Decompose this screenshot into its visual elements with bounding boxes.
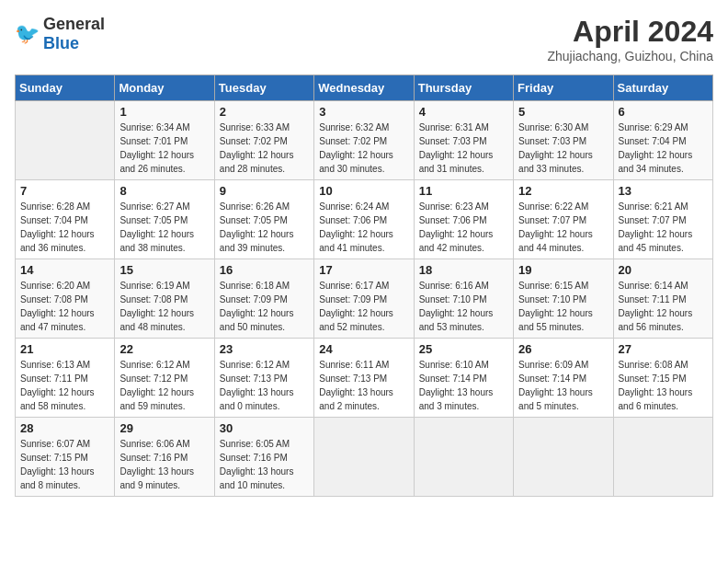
weekday-header-thursday: Thursday (414, 75, 513, 101)
location-text: Zhujiachang, Guizhou, China (547, 49, 713, 63)
calendar-week-2: 7Sunrise: 6:28 AM Sunset: 7:04 PM Daylig… (16, 180, 713, 259)
calendar-cell: 29Sunrise: 6:06 AM Sunset: 7:16 PM Dayli… (115, 418, 214, 497)
day-info: Sunrise: 6:34 AM Sunset: 7:01 PM Dayligh… (119, 121, 209, 176)
day-number: 19 (518, 263, 608, 277)
day-number: 7 (20, 184, 109, 198)
calendar-week-4: 21Sunrise: 6:13 AM Sunset: 7:11 PM Dayli… (16, 339, 713, 418)
day-info: Sunrise: 6:29 AM Sunset: 7:04 PM Dayligh… (619, 121, 708, 176)
calendar-cell: 5Sunrise: 6:30 AM Sunset: 7:03 PM Daylig… (514, 101, 613, 180)
day-info: Sunrise: 6:14 AM Sunset: 7:11 PM Dayligh… (619, 279, 708, 334)
day-info: Sunrise: 6:21 AM Sunset: 7:07 PM Dayligh… (619, 200, 708, 255)
logo-bird-icon: 🐦 (15, 22, 40, 46)
day-number: 20 (619, 263, 708, 277)
calendar-cell: 6Sunrise: 6:29 AM Sunset: 7:04 PM Daylig… (613, 101, 712, 180)
weekday-header-wednesday: Wednesday (314, 75, 414, 101)
day-info: Sunrise: 6:22 AM Sunset: 7:07 PM Dayligh… (518, 200, 608, 255)
calendar-cell: 18Sunrise: 6:16 AM Sunset: 7:10 PM Dayli… (414, 259, 513, 339)
calendar-cell (16, 101, 115, 180)
calendar-cell: 10Sunrise: 6:24 AM Sunset: 7:06 PM Dayli… (314, 180, 414, 259)
day-info: Sunrise: 6:11 AM Sunset: 7:13 PM Dayligh… (319, 358, 408, 413)
calendar-cell: 16Sunrise: 6:18 AM Sunset: 7:09 PM Dayli… (214, 259, 313, 339)
weekday-header-saturday: Saturday (613, 75, 712, 101)
calendar-week-3: 14Sunrise: 6:20 AM Sunset: 7:08 PM Dayli… (16, 259, 713, 339)
day-number: 27 (619, 342, 708, 356)
calendar-cell: 28Sunrise: 6:07 AM Sunset: 7:15 PM Dayli… (16, 418, 115, 497)
day-info: Sunrise: 6:32 AM Sunset: 7:02 PM Dayligh… (319, 121, 408, 176)
calendar-week-1: 1Sunrise: 6:34 AM Sunset: 7:01 PM Daylig… (16, 101, 713, 180)
day-number: 22 (119, 342, 209, 356)
day-number: 17 (319, 263, 408, 277)
calendar-cell: 27Sunrise: 6:08 AM Sunset: 7:15 PM Dayli… (613, 339, 712, 418)
calendar-cell: 2Sunrise: 6:33 AM Sunset: 7:02 PM Daylig… (214, 101, 313, 180)
calendar-cell: 21Sunrise: 6:13 AM Sunset: 7:11 PM Dayli… (16, 339, 115, 418)
day-info: Sunrise: 6:31 AM Sunset: 7:03 PM Dayligh… (419, 121, 508, 176)
calendar-cell (514, 418, 613, 497)
calendar-cell: 19Sunrise: 6:15 AM Sunset: 7:10 PM Dayli… (514, 259, 613, 339)
day-info: Sunrise: 6:27 AM Sunset: 7:05 PM Dayligh… (119, 200, 209, 255)
calendar-cell: 24Sunrise: 6:11 AM Sunset: 7:13 PM Dayli… (314, 339, 414, 418)
calendar-cell: 9Sunrise: 6:26 AM Sunset: 7:05 PM Daylig… (214, 180, 313, 259)
calendar-cell: 17Sunrise: 6:17 AM Sunset: 7:09 PM Dayli… (314, 259, 414, 339)
day-number: 24 (319, 342, 408, 356)
day-number: 1 (119, 105, 209, 119)
day-number: 18 (419, 263, 508, 277)
calendar-cell: 30Sunrise: 6:05 AM Sunset: 7:16 PM Dayli… (214, 418, 313, 497)
logo-general: General (43, 15, 105, 33)
day-info: Sunrise: 6:12 AM Sunset: 7:12 PM Dayligh… (119, 358, 209, 413)
calendar-cell: 12Sunrise: 6:22 AM Sunset: 7:07 PM Dayli… (514, 180, 613, 259)
day-number: 21 (20, 342, 109, 356)
day-number: 23 (220, 342, 309, 356)
weekday-header-row: SundayMondayTuesdayWednesdayThursdayFrid… (16, 75, 713, 101)
day-number: 25 (419, 342, 508, 356)
day-info: Sunrise: 6:20 AM Sunset: 7:08 PM Dayligh… (20, 279, 109, 334)
day-number: 13 (619, 184, 708, 198)
calendar-table: SundayMondayTuesdayWednesdayThursdayFrid… (15, 75, 713, 497)
day-info: Sunrise: 6:24 AM Sunset: 7:06 PM Dayligh… (319, 200, 408, 255)
month-title: April 2024 (547, 15, 713, 49)
day-number: 11 (419, 184, 508, 198)
day-number: 6 (619, 105, 708, 119)
day-number: 4 (419, 105, 508, 119)
weekday-header-friday: Friday (514, 75, 613, 101)
day-number: 30 (220, 421, 309, 435)
day-number: 5 (518, 105, 608, 119)
calendar-cell (314, 418, 414, 497)
day-info: Sunrise: 6:06 AM Sunset: 7:16 PM Dayligh… (119, 437, 209, 492)
day-info: Sunrise: 6:13 AM Sunset: 7:11 PM Dayligh… (20, 358, 109, 413)
day-number: 3 (319, 105, 408, 119)
calendar-cell: 26Sunrise: 6:09 AM Sunset: 7:14 PM Dayli… (514, 339, 613, 418)
weekday-header-tuesday: Tuesday (214, 75, 313, 101)
day-number: 8 (119, 184, 209, 198)
calendar-cell: 23Sunrise: 6:12 AM Sunset: 7:13 PM Dayli… (214, 339, 313, 418)
day-info: Sunrise: 6:23 AM Sunset: 7:06 PM Dayligh… (419, 200, 508, 255)
day-info: Sunrise: 6:30 AM Sunset: 7:03 PM Dayligh… (518, 121, 608, 176)
day-number: 9 (220, 184, 309, 198)
day-info: Sunrise: 6:07 AM Sunset: 7:15 PM Dayligh… (20, 437, 109, 492)
calendar-cell: 8Sunrise: 6:27 AM Sunset: 7:05 PM Daylig… (115, 180, 214, 259)
logo-text: General Blue (43, 15, 105, 53)
day-info: Sunrise: 6:12 AM Sunset: 7:13 PM Dayligh… (220, 358, 309, 413)
day-number: 15 (119, 263, 209, 277)
calendar-cell (414, 418, 513, 497)
weekday-header-monday: Monday (115, 75, 214, 101)
calendar-cell: 25Sunrise: 6:10 AM Sunset: 7:14 PM Dayli… (414, 339, 513, 418)
logo-blue: Blue (43, 34, 79, 52)
page-header: 🐦 General Blue April 2024 Zhujiachang, G… (15, 15, 713, 63)
calendar-cell (613, 418, 712, 497)
day-number: 14 (20, 263, 109, 277)
calendar-cell: 11Sunrise: 6:23 AM Sunset: 7:06 PM Dayli… (414, 180, 513, 259)
calendar-body: 1Sunrise: 6:34 AM Sunset: 7:01 PM Daylig… (16, 101, 713, 497)
day-number: 16 (220, 263, 309, 277)
logo: 🐦 General Blue (15, 15, 105, 53)
day-number: 28 (20, 421, 109, 435)
calendar-cell: 3Sunrise: 6:32 AM Sunset: 7:02 PM Daylig… (314, 101, 414, 180)
day-number: 29 (119, 421, 209, 435)
calendar-cell: 1Sunrise: 6:34 AM Sunset: 7:01 PM Daylig… (115, 101, 214, 180)
day-info: Sunrise: 6:28 AM Sunset: 7:04 PM Dayligh… (20, 200, 109, 255)
day-number: 10 (319, 184, 408, 198)
day-number: 2 (220, 105, 309, 119)
day-info: Sunrise: 6:18 AM Sunset: 7:09 PM Dayligh… (220, 279, 309, 334)
calendar-cell: 20Sunrise: 6:14 AM Sunset: 7:11 PM Dayli… (613, 259, 712, 339)
day-info: Sunrise: 6:10 AM Sunset: 7:14 PM Dayligh… (419, 358, 508, 413)
calendar-week-5: 28Sunrise: 6:07 AM Sunset: 7:15 PM Dayli… (16, 418, 713, 497)
